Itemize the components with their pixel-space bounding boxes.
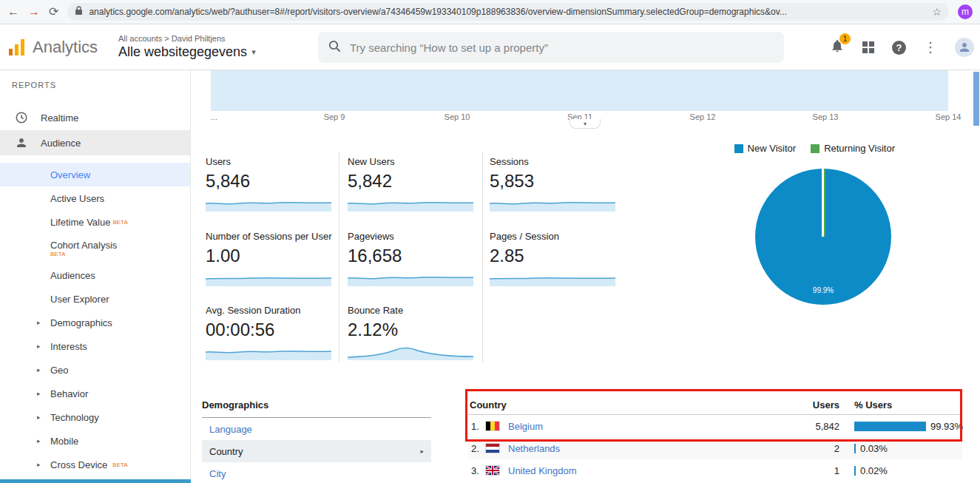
address-bar[interactable]: analytics.google.com/analytics/web/?auth… <box>67 3 949 21</box>
column-header-pct-users[interactable]: % Users <box>854 399 962 411</box>
dimension-language[interactable]: Language <box>202 418 431 440</box>
sidebar-item-lifetime-value[interactable]: Lifetime Value BETA <box>0 210 190 234</box>
sidebar-item-mobile[interactable]: ▸ Mobile <box>0 429 190 453</box>
bookmark-star-icon[interactable]: ☆ <box>932 6 942 18</box>
metric-card-sessions[interactable]: Sessions 5,853 <box>490 156 621 215</box>
user-avatar[interactable] <box>955 38 974 57</box>
sidebar-item-label: Audiences <box>50 270 95 281</box>
dimension-label: Language <box>209 424 252 435</box>
pct-cell: 99.93% <box>854 421 962 432</box>
browser-back-icon[interactable]: ← <box>7 6 19 18</box>
account-switcher[interactable]: All accounts > David Philtjens Alle webs… <box>118 34 256 60</box>
main-content: ... Sep 9 Sep 10 Sep 11 Sep 12 Sep 13 Se… <box>191 70 980 483</box>
metric-card-sessions-per-user[interactable]: Number of Sessions per User 1.00 <box>206 231 337 289</box>
browser-toolbar: ← → ⟳ analytics.google.com/analytics/web… <box>0 0 980 24</box>
metric-card-pages-per-session[interactable]: Pages / Session 2.85 <box>490 231 621 289</box>
sidebar-item-interests[interactable]: ▸ Interests <box>0 334 190 358</box>
analytics-logo-icon <box>7 38 27 57</box>
browser-forward-icon[interactable]: → <box>28 6 40 18</box>
sidebar-item-technology[interactable]: ▸ Technology <box>0 405 190 429</box>
sidebar-item-overview[interactable]: Overview <box>0 163 190 186</box>
metric-card-bounce-rate[interactable]: Bounce Rate 2.12% <box>348 305 479 363</box>
metric-sparkline <box>348 194 473 212</box>
notification-badge: 1 <box>839 33 851 44</box>
person-icon <box>15 136 28 149</box>
metric-label: Pages / Session <box>490 231 621 242</box>
sidebar: REPORTS Realtime Audience Overview Activ… <box>0 70 191 483</box>
help-icon[interactable]: ? <box>892 41 906 55</box>
metric-label: Pageviews <box>348 231 479 242</box>
metric-card-pageviews[interactable]: Pageviews 16,658 <box>348 231 479 289</box>
sidebar-item-behavior[interactable]: ▸ Behavior <box>0 382 190 405</box>
sidebar-item-cross-device[interactable]: ▸ Cross Device BETA <box>0 453 190 476</box>
metric-card-users[interactable]: Users 5,846 <box>206 156 337 215</box>
pct-bar <box>854 422 926 431</box>
analytics-logo[interactable]: Analytics <box>0 38 118 57</box>
metric-sparkline <box>206 342 331 360</box>
metric-value: 5,842 <box>348 171 479 192</box>
dimension-city[interactable]: City <box>202 462 431 483</box>
sidebar-item-user-explorer[interactable]: User Explorer <box>0 287 190 311</box>
apps-grid-icon[interactable] <box>862 41 874 53</box>
users-value: 2 <box>758 443 839 454</box>
sidebar-item-geo[interactable]: ▸ Geo <box>0 358 190 382</box>
sidebar-item-cohort-analysis[interactable]: Cohort Analysis BETA <box>0 234 190 263</box>
sidebar-item-demographics[interactable]: ▸ Demographics <box>0 311 190 334</box>
search-input[interactable] <box>350 41 774 54</box>
sidebar-item-label: Audience <box>41 138 81 149</box>
metric-card-new-users[interactable]: New Users 5,842 <box>348 156 479 215</box>
dimension-country[interactable]: Country ▸ <box>202 440 431 462</box>
sidebar-item-audiences[interactable]: Audiences <box>0 263 190 287</box>
chevron-down-icon: ▾ <box>251 47 256 57</box>
legend-item-returning-visitor[interactable]: Returning Visitor <box>811 143 895 154</box>
notifications-button[interactable]: 1 <box>830 38 845 56</box>
pie-slice-returning <box>824 169 825 237</box>
chart-pull-tab[interactable]: ▾ <box>570 119 601 129</box>
metric-card-avg-session-duration[interactable]: Avg. Session Duration 00:00:56 <box>206 305 337 363</box>
sidebar-item-active-users[interactable]: Active Users <box>0 186 190 210</box>
sidebar-item-label: Cohort Analysis <box>50 240 117 251</box>
sidebar-horizontal-scrollbar[interactable] <box>0 479 191 483</box>
legend-label: New Visitor <box>748 143 797 154</box>
country-link[interactable]: Belgium <box>505 421 758 432</box>
expand-arrow-icon: ▸ <box>37 461 47 468</box>
column-divider <box>339 152 339 362</box>
axis-tick: Sep 9 <box>324 112 345 121</box>
country-link[interactable]: United Kingdom <box>505 465 758 476</box>
metric-sparkline <box>348 342 473 360</box>
sidebar-item-label: Cross Device <box>50 459 107 470</box>
pct-cell: 0.02% <box>854 465 962 476</box>
metric-label: Bounce Rate <box>348 305 479 316</box>
metric-sparkline <box>348 268 473 286</box>
global-search[interactable] <box>318 32 784 63</box>
overflow-menu-icon[interactable]: ⋮ <box>924 39 937 55</box>
legend-item-new-visitor[interactable]: New Visitor <box>734 143 797 154</box>
country-link[interactable]: Netherlands <box>505 443 758 454</box>
demographics-panel: Demographics Language Country ▸ City <box>202 399 431 483</box>
metric-value: 16,658 <box>348 246 479 266</box>
sidebar-item-label: Mobile <box>50 436 78 447</box>
column-header-country[interactable]: Country <box>468 399 758 411</box>
sidebar-item-label: Overview <box>50 169 90 180</box>
sessions-timeline-chart[interactable] <box>211 70 948 111</box>
expand-arrow-icon: ▸ <box>37 437 47 445</box>
expand-arrow-icon: ▸ <box>37 366 47 374</box>
expand-arrow-icon: ▸ <box>37 342 47 350</box>
vertical-scrollbar-thumb[interactable] <box>973 72 979 126</box>
pct-value: 99.93% <box>930 421 963 432</box>
belgium-flag-icon <box>486 422 499 430</box>
table-row-belgium: 1. Belgium 5,842 99.93% <box>468 415 962 437</box>
sidebar-item-label: Demographics <box>50 317 112 328</box>
sidebar-item-label: Lifetime Value <box>50 217 110 228</box>
visitor-type-pie-chart[interactable]: 99.9% <box>755 169 891 305</box>
browser-reload-icon[interactable]: ⟳ <box>49 6 58 18</box>
users-value: 5,842 <box>758 421 839 432</box>
browser-profile-avatar[interactable]: m <box>958 4 973 19</box>
sidebar-item-realtime[interactable]: Realtime <box>0 105 190 130</box>
sidebar-item-audience[interactable]: Audience <box>0 130 190 155</box>
metric-sparkline <box>206 268 331 286</box>
legend-label: Returning Visitor <box>824 143 895 154</box>
column-header-users[interactable]: Users <box>758 399 839 411</box>
beta-badge: BETA <box>112 462 127 468</box>
metric-sparkline <box>206 194 331 212</box>
